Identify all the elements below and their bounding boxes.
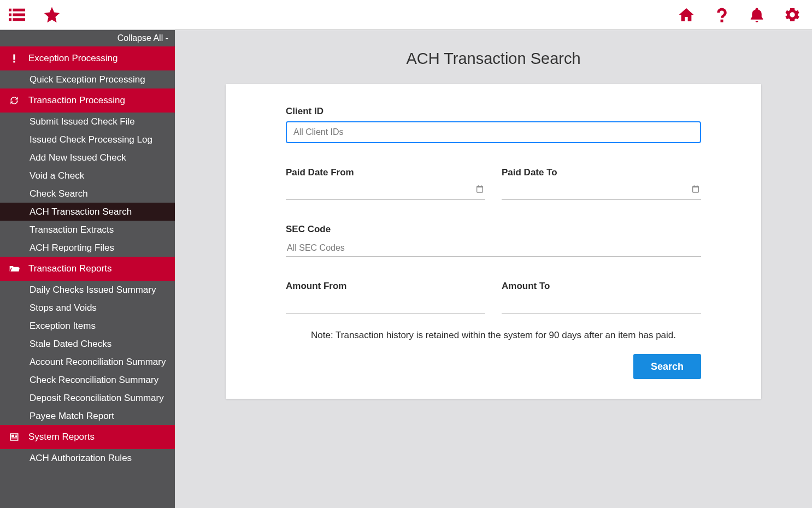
nav-item-ach-transaction-search[interactable]: ACH Transaction Search [0,203,175,221]
nav-item-submit-issued-check-file[interactable]: Submit Issued Check File [0,113,175,131]
search-button[interactable]: Search [633,354,701,379]
favorite-star-icon[interactable] [43,5,61,24]
page-title: ACH Transaction Search [175,50,812,68]
menu-list-icon[interactable] [8,7,26,23]
settings-gear-icon[interactable] [784,6,801,23]
retention-note: Note: Transaction history is retained wi… [286,330,701,341]
nav-item-label: Quick Exception Processing [30,74,145,85]
notifications-bell-icon[interactable] [749,5,765,24]
section-exception-processing[interactable]: Exception Processing [0,46,175,70]
sidebar: Collapse All - Exception Processing Quic… [0,30,175,508]
svg-rect-1 [13,9,26,11]
nav-item-label: Check Reconciliation Summary [30,375,158,386]
nav-item-check-reconciliation-summary[interactable]: Check Reconciliation Summary [0,371,175,389]
nav-item-label: ACH Authorization Rules [30,453,132,464]
section-label: System Reports [28,432,95,442]
collapse-all[interactable]: Collapse All - [0,30,175,46]
nav-item-label: Exception Items [30,321,96,332]
nav-item-exception-items[interactable]: Exception Items [0,317,175,335]
nav-item-label: Submit Issued Check File [30,116,135,127]
nav-item-quick-exception-processing[interactable]: Quick Exception Processing [0,70,175,88]
search-card: Client ID Paid Date From Paid Date To [226,84,761,399]
folder-open-icon [8,263,21,274]
svg-rect-4 [9,18,11,21]
nav-item-label: Account Reconciliation Summary [30,357,166,368]
nav-item-label: Add New Issued Check [30,152,126,163]
nav-item-label: Transaction Extracts [30,225,114,235]
nav-item-ach-authorization-rules[interactable]: ACH Authorization Rules [0,449,175,467]
section-label: Transaction Reports [28,263,111,274]
top-bar [0,0,812,30]
nav-item-label: ACH Transaction Search [30,206,132,217]
svg-rect-6 [13,55,15,60]
svg-rect-2 [9,14,11,16]
nav-item-check-search[interactable]: Check Search [0,185,175,203]
nav-item-deposit-reconciliation-summary[interactable]: Deposit Reconciliation Summary [0,389,175,407]
paid-date-from-label: Paid Date From [286,167,485,178]
nav-item-label: Deposit Reconciliation Summary [30,393,164,404]
nav-item-label: Payee Match Report [30,411,114,422]
refresh-icon [8,95,21,106]
nav-item-add-new-issued-check[interactable]: Add New Issued Check [0,149,175,167]
exclamation-icon [8,53,21,64]
nav-item-label: Issued Check Processing Log [30,134,152,145]
nav-item-issued-check-processing-log[interactable]: Issued Check Processing Log [0,131,175,149]
svg-rect-3 [13,14,26,16]
section-label: Transaction Processing [28,95,125,106]
amount-to-input[interactable] [502,296,701,314]
newspaper-icon [8,432,21,442]
nav-item-stale-dated-checks[interactable]: Stale Dated Checks [0,335,175,353]
nav-item-stops-and-voids[interactable]: Stops and Voids [0,299,175,317]
nav-item-ach-reporting-files[interactable]: ACH Reporting Files [0,239,175,257]
sec-code-label: SEC Code [286,224,701,235]
nav-item-account-reconciliation-summary[interactable]: Account Reconciliation Summary [0,353,175,371]
nav-item-label: Daily Checks Issued Summary [30,285,156,296]
help-icon[interactable] [714,5,730,24]
section-transaction-reports[interactable]: Transaction Reports [0,257,175,281]
paid-date-to-input[interactable] [502,182,701,200]
nav-item-payee-match-report[interactable]: Payee Match Report [0,407,175,425]
section-system-reports[interactable]: System Reports [0,425,175,449]
sec-code-input[interactable] [286,239,701,257]
section-label: Exception Processing [28,53,117,64]
nav-item-label: ACH Reporting Files [30,243,114,253]
paid-date-to-label: Paid Date To [502,167,701,178]
amount-from-input[interactable] [286,296,485,314]
section-transaction-processing[interactable]: Transaction Processing [0,88,175,113]
nav-item-label: Stops and Voids [30,303,97,314]
svg-rect-7 [13,61,15,62]
nav-item-label: Void a Check [30,170,84,181]
nav-item-transaction-extracts[interactable]: Transaction Extracts [0,221,175,239]
main-content: ACH Transaction Search Client ID Paid Da… [175,30,812,508]
svg-rect-0 [9,9,11,11]
home-icon[interactable] [678,6,695,23]
paid-date-from-input[interactable] [286,182,485,200]
amount-to-label: Amount To [502,281,701,292]
client-id-label: Client ID [286,106,701,117]
amount-from-label: Amount From [286,281,485,292]
nav-item-daily-checks-issued-summary[interactable]: Daily Checks Issued Summary [0,281,175,299]
nav-item-void-a-check[interactable]: Void a Check [0,167,175,185]
client-id-input[interactable] [286,121,701,143]
nav-item-label: Check Search [30,188,88,199]
collapse-all-label: Collapse All - [117,33,168,43]
nav-item-label: Stale Dated Checks [30,339,111,350]
svg-rect-5 [13,18,26,21]
